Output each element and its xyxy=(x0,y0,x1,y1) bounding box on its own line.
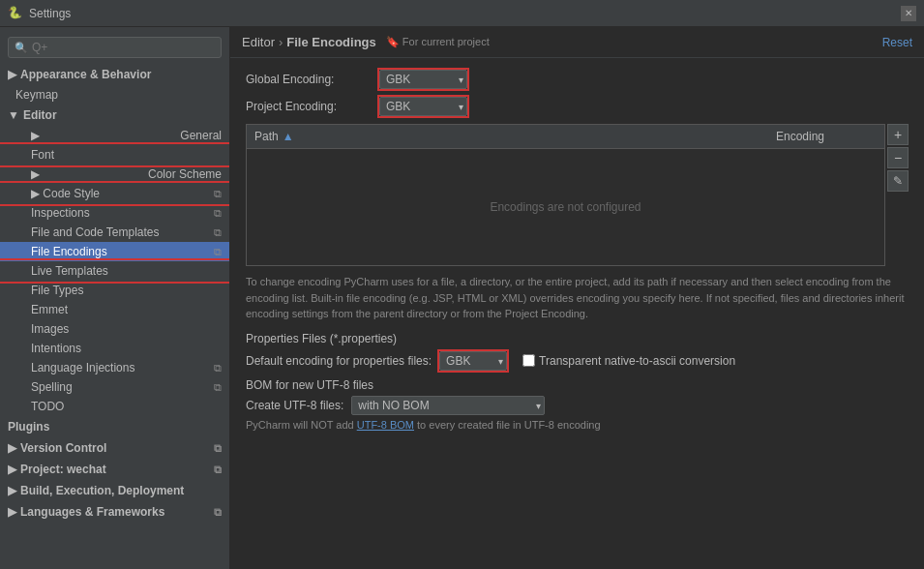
sidebar-item-live-templates[interactable]: Live Templates xyxy=(0,261,229,281)
intentions-label: Intentions xyxy=(31,342,81,355)
appearance-behavior-label: Appearance & Behavior xyxy=(20,68,151,81)
sidebar-item-file-encodings[interactable]: File Encodings ⧉ xyxy=(0,242,229,261)
footer-text-2: to every created file in UTF-8 encoding xyxy=(414,419,601,431)
sidebar-item-code-style[interactable]: ▶ Code Style ⧉ xyxy=(0,184,229,203)
search-input[interactable] xyxy=(32,41,215,54)
file-encodings-label: File Encodings xyxy=(31,245,107,258)
sidebar-item-version-control[interactable]: ▶ Version Control ⧉ xyxy=(0,437,229,459)
chevron-right-icon-color: ▶ xyxy=(31,167,40,181)
sidebar-item-language-injections[interactable]: Language Injections ⧉ xyxy=(0,358,229,377)
info-content: To change encoding PyCharm uses for a fi… xyxy=(246,276,905,319)
lf-row: Languages & Frameworks ⧉ xyxy=(20,505,222,519)
version-control-label: Version Control xyxy=(20,441,106,455)
main-header: Editor › File Encodings 🔖 For current pr… xyxy=(230,27,924,58)
sidebar-item-editor[interactable]: ▼ Editor xyxy=(0,105,229,126)
breadcrumb-parent: Editor xyxy=(242,35,275,49)
sidebar-item-font[interactable]: Font xyxy=(0,145,229,165)
sidebar-item-intentions[interactable]: Intentions xyxy=(0,339,229,358)
app-icon: 🐍 xyxy=(8,6,23,21)
spelling-label: Spelling xyxy=(31,380,73,394)
copy-icon-inspections: ⧉ xyxy=(214,207,222,220)
remove-encoding-button[interactable]: − xyxy=(887,147,909,168)
vc-row: Version Control ⧉ xyxy=(20,441,222,455)
breadcrumb-separator: › xyxy=(279,35,283,49)
window-controls: ✕ xyxy=(901,6,916,21)
sidebar-item-plugins[interactable]: Plugins xyxy=(0,416,229,437)
project-wechat-label: Project: wechat xyxy=(20,463,106,476)
copy-icon-vc: ⧉ xyxy=(214,442,222,455)
reset-button[interactable]: Reset xyxy=(882,36,912,49)
main-content: 🔍 ▶ Appearance & Behavior Keymap ▼ Edito… xyxy=(0,27,924,569)
search-icon: 🔍 xyxy=(15,42,28,54)
table-header: Path ▲ Encoding xyxy=(247,125,884,149)
global-encoding-select-wrapper[interactable]: GBK UTF-8 ISO-8859-1 xyxy=(379,70,467,89)
sidebar-item-images[interactable]: Images xyxy=(0,319,229,339)
breadcrumb-current: File Encodings xyxy=(286,35,375,49)
bom-row: Create UTF-8 files: with NO BOM with BOM… xyxy=(246,396,909,415)
copy-icon: ⧉ xyxy=(214,188,222,200)
sidebar-item-file-types[interactable]: File Types xyxy=(0,281,229,300)
edit-encoding-button[interactable]: ✎ xyxy=(887,170,909,192)
transparent-conversion-wrapper: Transparent native-to-ascii conversion xyxy=(522,354,735,368)
todo-label: TODO xyxy=(31,400,64,413)
create-utf8-select[interactable]: with NO BOM with BOM Ask before creation xyxy=(351,396,545,415)
color-scheme-label: Color Scheme xyxy=(148,167,222,181)
main-panel: Editor › File Encodings 🔖 For current pr… xyxy=(230,27,924,569)
sort-arrow-icon: ▲ xyxy=(283,130,294,143)
font-label: Font xyxy=(31,148,54,162)
project-encoding-select[interactable]: GBK UTF-8 ISO-8859-1 xyxy=(379,97,467,116)
titlebar: 🐍 Settings ✕ xyxy=(0,0,924,27)
copy-icon-li: ⧉ xyxy=(214,362,222,374)
transparent-conversion-checkbox[interactable] xyxy=(522,354,535,367)
properties-encoding-select[interactable]: GBK UTF-8 xyxy=(439,351,507,371)
global-encoding-label: Global Encoding: xyxy=(246,73,372,86)
sidebar-item-project-wechat[interactable]: ▶ Project: wechat ⧉ xyxy=(0,459,229,480)
path-label: Path xyxy=(254,130,279,143)
live-templates-label: Live Templates xyxy=(31,264,108,278)
sidebar-item-keymap[interactable]: Keymap xyxy=(0,85,229,105)
sidebar-item-general[interactable]: ▶ General xyxy=(0,126,229,145)
build-execution-label: Build, Execution, Deployment xyxy=(20,484,184,497)
properties-section-title: Properties Files (*.properties) xyxy=(246,332,909,345)
global-encoding-select[interactable]: GBK UTF-8 ISO-8859-1 xyxy=(379,70,467,89)
sidebar-item-inspections[interactable]: Inspections ⧉ xyxy=(0,203,229,223)
create-utf8-label: Create UTF-8 files: xyxy=(246,399,343,412)
file-types-label: File Types xyxy=(31,284,83,297)
file-encodings-row: File Encodings ⧉ xyxy=(31,245,222,258)
sidebar-item-languages-frameworks[interactable]: ▶ Languages & Frameworks ⧉ xyxy=(0,501,229,523)
settings-window: 🐍 Settings ✕ 🔍 ▶ Appearance & Behavior K… xyxy=(0,0,924,569)
footer-note: PyCharm will NOT add UTF-8 BOM to every … xyxy=(246,419,909,431)
window-title: Settings xyxy=(29,7,71,20)
search-box[interactable]: 🔍 xyxy=(8,37,222,58)
close-button[interactable]: ✕ xyxy=(901,6,916,21)
sidebar-item-appearance-behavior[interactable]: ▶ Appearance & Behavior xyxy=(0,64,229,85)
chevron-down-icon: ▼ xyxy=(8,108,19,122)
footer-text-1: PyCharm will NOT add xyxy=(246,419,357,431)
sidebar-item-build-execution[interactable]: ▶ Build, Execution, Deployment xyxy=(0,480,229,501)
chevron-right-icon-bed: ▶ xyxy=(8,484,16,497)
sidebar-item-file-code-templates[interactable]: File and Code Templates ⧉ xyxy=(0,223,229,242)
utf8-bom-link[interactable]: UTF-8 BOM xyxy=(357,419,414,431)
header-left: Editor › File Encodings 🔖 For current pr… xyxy=(242,35,490,49)
sidebar-item-emmet[interactable]: Emmet xyxy=(0,300,229,319)
copy-icon-pw: ⧉ xyxy=(214,464,222,476)
encoding-column-header: Encoding xyxy=(768,128,884,145)
global-encoding-row: Global Encoding: GBK UTF-8 ISO-8859-1 xyxy=(246,70,909,89)
main-body: Global Encoding: GBK UTF-8 ISO-8859-1 Pr… xyxy=(230,58,924,569)
copy-icon-lf: ⧉ xyxy=(214,506,222,519)
properties-encoding-select-wrapper[interactable]: GBK UTF-8 xyxy=(439,351,507,371)
encodings-table-area: Path ▲ Encoding Encodings are not config… xyxy=(246,124,909,266)
add-encoding-button[interactable]: + xyxy=(887,124,909,145)
sidebar: 🔍 ▶ Appearance & Behavior Keymap ▼ Edito… xyxy=(0,27,230,569)
languages-frameworks-label: Languages & Frameworks xyxy=(20,505,164,519)
bom-title: BOM for new UTF-8 files xyxy=(246,378,909,392)
table-body: Encodings are not configured xyxy=(247,149,884,265)
sidebar-item-color-scheme[interactable]: ▶ Color Scheme xyxy=(0,165,229,184)
sidebar-item-spelling[interactable]: Spelling ⧉ xyxy=(0,377,229,397)
project-encoding-select-wrapper[interactable]: GBK UTF-8 ISO-8859-1 xyxy=(379,97,467,116)
inspections-label: Inspections xyxy=(31,206,90,220)
path-column-header: Path ▲ xyxy=(247,128,768,145)
keymap-label: Keymap xyxy=(15,88,58,102)
sidebar-item-todo[interactable]: TODO xyxy=(0,397,229,416)
create-utf8-select-wrapper[interactable]: with NO BOM with BOM Ask before creation xyxy=(351,396,545,415)
